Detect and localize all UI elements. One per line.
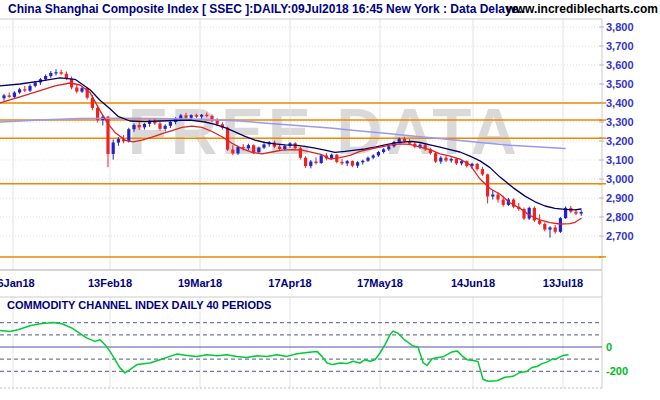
candle-body xyxy=(13,93,16,97)
x-axis-label: 13Feb18 xyxy=(88,277,132,289)
candle-body xyxy=(34,82,37,85)
candle-body xyxy=(403,139,406,141)
candle-body xyxy=(444,158,447,161)
candle-body xyxy=(143,124,146,127)
candle-body xyxy=(304,158,307,166)
candle-body xyxy=(361,161,364,163)
candle-body xyxy=(476,164,479,169)
y-axis-label: 3,400 xyxy=(606,97,634,109)
candle-body xyxy=(138,125,141,127)
candle-body xyxy=(8,95,11,97)
candle-body xyxy=(538,220,541,223)
candle-body xyxy=(257,148,260,152)
x-axis-label: 17May18 xyxy=(357,277,403,289)
candle-body xyxy=(543,224,546,230)
candle-body xyxy=(28,86,31,91)
candle-body xyxy=(80,88,83,91)
candle-body xyxy=(351,161,354,166)
candle-body xyxy=(434,153,437,161)
x-axis-label: 16Jan18 xyxy=(0,277,35,289)
candle-body xyxy=(382,149,385,152)
y-axis-label: 2,900 xyxy=(606,192,634,204)
y-axis-label: 3,500 xyxy=(606,78,634,90)
y-axis-label: 3,700 xyxy=(606,40,634,52)
candle-body xyxy=(372,155,375,157)
candle-body xyxy=(481,169,484,174)
candle-body xyxy=(205,115,208,116)
candle-body xyxy=(2,95,5,98)
cci-panel-title: COMMODITY CHANNEL INDEX DAILY 40 PERIODS xyxy=(7,299,271,311)
candle-body xyxy=(226,128,229,150)
candle-body xyxy=(580,212,583,214)
price-and-cci-chart[interactable] xyxy=(0,0,660,400)
chart-window: China Shanghai Composite Index [ SSEC ]:… xyxy=(0,0,660,400)
candle-body xyxy=(23,89,26,90)
candle-body xyxy=(366,158,369,161)
candle-body xyxy=(54,72,57,73)
candle-body xyxy=(314,162,317,164)
candle-body xyxy=(164,126,167,129)
candle-body xyxy=(179,115,182,118)
y-axis-label: 3,100 xyxy=(606,154,634,166)
candle-body xyxy=(247,145,250,148)
candle-body xyxy=(44,76,47,79)
cci-zero-label: 0 xyxy=(606,341,612,353)
y-axis-label: 3,600 xyxy=(606,59,634,71)
candle-body xyxy=(548,227,551,229)
candle-body xyxy=(18,89,21,92)
cci-line xyxy=(0,323,568,382)
x-axis-label: 19Mar18 xyxy=(178,277,222,289)
y-axis-label: 3,000 xyxy=(606,173,634,185)
candle-body xyxy=(387,146,390,149)
y-axis-label: 3,300 xyxy=(606,116,634,128)
candle-body xyxy=(132,125,135,129)
y-axis-label: 2,800 xyxy=(606,211,634,223)
candle-body xyxy=(309,162,312,167)
candle-body xyxy=(356,162,359,165)
candle-body xyxy=(496,195,499,200)
candle-body xyxy=(49,73,52,76)
candle-body xyxy=(455,159,458,164)
candle-body xyxy=(460,161,463,163)
x-axis-label: 17Apr18 xyxy=(268,277,311,289)
x-axis-label: 14Jun18 xyxy=(451,277,495,289)
candle-body xyxy=(112,143,115,154)
candle-body xyxy=(278,147,281,149)
candle-body xyxy=(320,155,323,163)
candle-body xyxy=(184,115,187,117)
candle-body xyxy=(439,158,442,162)
candle-body xyxy=(554,227,557,231)
candle-body xyxy=(190,115,193,118)
candle-body xyxy=(75,87,78,91)
y-axis-label: 3,800 xyxy=(606,21,634,33)
candle-body xyxy=(528,208,531,219)
candle-body xyxy=(200,115,203,117)
candle-body xyxy=(231,150,234,154)
candle-body xyxy=(502,200,505,205)
candle-body xyxy=(262,144,265,147)
candle-body xyxy=(195,115,198,117)
candle-body xyxy=(127,129,130,141)
candle-body xyxy=(60,72,63,74)
candle-body xyxy=(574,212,577,214)
candle-body xyxy=(330,155,333,159)
candle-body xyxy=(559,218,562,232)
candle-body xyxy=(450,159,453,161)
candle-body xyxy=(169,122,172,126)
candle-body xyxy=(283,146,286,149)
x-axis-label: 13Jul18 xyxy=(543,277,583,289)
candle-body xyxy=(398,139,401,142)
candle-body xyxy=(117,139,120,142)
candle-body xyxy=(377,152,380,155)
candle-body xyxy=(236,147,239,153)
y-axis-label: 2,700 xyxy=(606,230,634,242)
candle-body xyxy=(158,124,161,129)
candle-body xyxy=(252,145,255,152)
candle-body xyxy=(346,161,349,163)
cci-minus200-label: -200 xyxy=(606,365,628,377)
candle-body xyxy=(491,195,494,197)
y-axis-label: 3,200 xyxy=(606,135,634,147)
candle-body xyxy=(340,162,343,164)
